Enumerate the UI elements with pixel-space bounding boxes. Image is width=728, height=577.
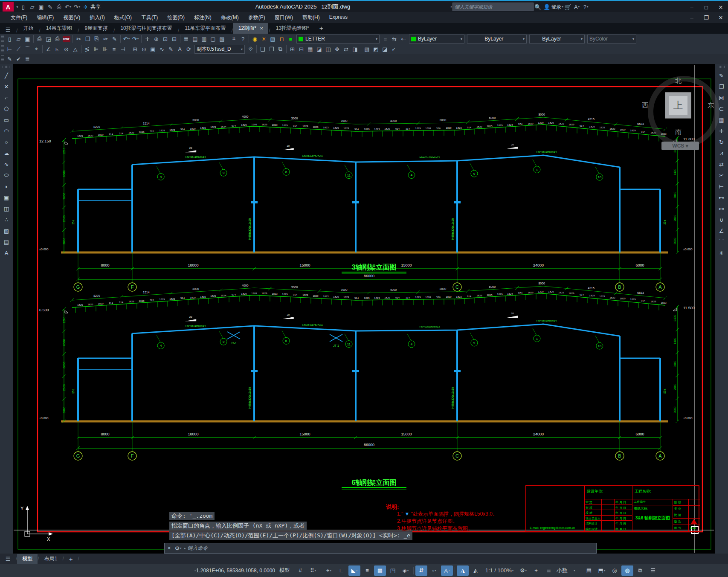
- quick-dim-icon[interactable]: ≶: [83, 45, 92, 53]
- doc-restore-button[interactable]: ❐: [699, 12, 713, 23]
- dim-spacing-icon[interactable]: ≡: [110, 45, 119, 53]
- infer-constraints-toggle[interactable]: ⌖▾: [323, 565, 335, 576]
- tab-close-icon[interactable]: ✕: [260, 26, 263, 31]
- doc-minimize-button[interactable]: –: [684, 12, 699, 23]
- wedge-icon[interactable]: ◩: [371, 45, 380, 53]
- tab-overflow-menu-icon[interactable]: ☰: [3, 25, 12, 34]
- menu-1[interactable]: 编辑(E): [32, 14, 58, 21]
- modify-join-icon[interactable]: ∪: [716, 214, 727, 225]
- modify-move-icon[interactable]: ✛: [716, 125, 727, 136]
- drawing-canvas[interactable]: 800018000150001500024000600086000GFCBA18…: [13, 64, 715, 554]
- toolbar-grip[interactable]: [1, 35, 4, 43]
- snap-mode-toggle[interactable]: ⠿▾: [307, 565, 319, 576]
- dynamic-input-toggle[interactable]: ⇵: [415, 565, 427, 576]
- object-isolate-toggle[interactable]: ◎: [609, 565, 621, 576]
- draw-spline-icon[interactable]: ∿: [1, 159, 12, 170]
- share-icon[interactable]: ✈: [81, 3, 90, 11]
- autocad-logo[interactable]: A: [3, 2, 14, 12]
- crosshair-toggle[interactable]: +: [530, 565, 542, 576]
- dim-update-icon[interactable]: ⟳: [184, 45, 193, 53]
- redo-icon[interactable]: ↷▾: [131, 35, 140, 43]
- viewcube-east-label[interactable]: 东: [708, 101, 714, 110]
- menu-9[interactable]: 参数(P): [244, 14, 270, 21]
- draworder-front-icon[interactable]: ❏: [258, 45, 267, 53]
- ungroup-icon[interactable]: ⊟: [297, 45, 306, 53]
- autodesk-app-icon[interactable]: A▾: [572, 3, 581, 11]
- layer-merge-icon[interactable]: ▧: [218, 35, 226, 43]
- qat-new-icon[interactable]: ▯: [19, 3, 28, 11]
- file-tab-1[interactable]: 14吊车梁图: [41, 23, 77, 34]
- draw-ellipse-arc-icon[interactable]: ◗: [1, 181, 12, 192]
- toolbar-grip[interactable]: [3, 66, 10, 68]
- layer-on-icon[interactable]: ◉: [250, 35, 259, 43]
- viewcube-south-label[interactable]: 南: [675, 128, 682, 136]
- draw-insert-block-icon[interactable]: ▣: [1, 192, 12, 203]
- object-snap-toggle[interactable]: ▫▾: [428, 565, 440, 576]
- draw-create-block-icon[interactable]: ◫: [1, 203, 12, 214]
- menu-8[interactable]: 修改(M): [216, 14, 244, 21]
- isolate-objects-icon[interactable]: ◪: [315, 45, 324, 53]
- menu-5[interactable]: 工具(T): [136, 14, 162, 21]
- draw-rectangle-icon[interactable]: ▭: [1, 114, 12, 125]
- menu-12[interactable]: Express: [325, 14, 352, 21]
- qat-redo-icon[interactable]: ↷▾: [73, 3, 81, 11]
- share-label[interactable]: 共享: [90, 3, 101, 11]
- tssd-check-icon[interactable]: ✔: [14, 55, 23, 64]
- tab-layout1[interactable]: 布局1: [39, 554, 63, 564]
- doc-close-button[interactable]: ✕: [713, 12, 728, 23]
- modify-fillet-icon[interactable]: ⌒: [716, 236, 727, 247]
- dim-continue-icon[interactable]: ⊪: [101, 45, 110, 53]
- group-edit-icon[interactable]: ▦: [306, 45, 315, 53]
- draw-hatch-icon[interactable]: ▨: [1, 225, 12, 236]
- menu-6[interactable]: 绘图(D): [162, 14, 189, 21]
- draw-mtext-icon[interactable]: A: [1, 247, 12, 258]
- dim-style-icon[interactable]: ⟐: [246, 45, 255, 53]
- menu-10[interactable]: 窗口(W): [270, 14, 298, 21]
- group-icon[interactable]: ⊞: [288, 45, 297, 53]
- modify-scale-icon[interactable]: ⊿: [716, 148, 727, 159]
- auto-annotation-scale-toggle[interactable]: ◭: [470, 565, 481, 576]
- check-icon[interactable]: ✓: [389, 45, 398, 53]
- app-menu-chevron-icon[interactable]: ▼: [16, 6, 19, 9]
- modify-break-icon[interactable]: ⊶: [716, 203, 727, 214]
- ortho-mode-toggle[interactable]: ∟: [336, 565, 348, 576]
- draw-line-icon[interactable]: ╱: [1, 70, 12, 81]
- layer-isolate-icon[interactable]: ▢: [209, 35, 218, 43]
- box-icon[interactable]: ▧: [363, 45, 371, 53]
- menu-2[interactable]: 视图(V): [58, 14, 85, 21]
- modify-rotate-icon[interactable]: ↻: [716, 136, 727, 148]
- file-tab-6[interactable]: 13托梁构造图*: [271, 23, 314, 34]
- paste-clip-icon[interactable]: ⎘: [92, 35, 101, 43]
- model-space-label[interactable]: 模型: [275, 567, 294, 574]
- modify-trim-icon[interactable]: ✂: [716, 170, 727, 181]
- object-snap-3d-toggle[interactable]: ◬▾: [441, 565, 453, 576]
- plot-icon[interactable]: ⎙: [35, 35, 44, 43]
- lineweight-display-toggle[interactable]: ≡: [361, 565, 373, 576]
- 3d-align-icon[interactable]: ◨: [351, 45, 360, 53]
- dim-inspect-icon[interactable]: ▣: [148, 45, 157, 53]
- modify-extend-icon[interactable]: ⊢: [716, 181, 727, 192]
- color-combo[interactable]: ByLayer▾: [409, 35, 464, 43]
- file-tab-4[interactable]: 11吊车梁平面布置: [180, 23, 231, 34]
- block-edit-icon[interactable]: ✎: [110, 35, 119, 43]
- dim-radius-icon[interactable]: ∠: [44, 45, 53, 53]
- tssd-layer-icon[interactable]: ≣: [23, 55, 32, 64]
- new-file-icon[interactable]: ▯: [5, 35, 14, 43]
- draw-arc-icon[interactable]: ◠: [1, 125, 12, 136]
- customization-toggle[interactable]: ☰: [647, 565, 659, 576]
- layer-combo[interactable]: LETTER▾: [296, 35, 380, 43]
- menu-0[interactable]: 文件(F): [6, 14, 32, 21]
- user-icon[interactable]: 👤: [542, 3, 551, 11]
- polar-tracking-toggle[interactable]: ◣▾: [348, 565, 360, 576]
- qat-plot-icon[interactable]: ⎙: [55, 3, 64, 11]
- modify-erase-icon[interactable]: ✎: [716, 70, 727, 81]
- copy-clip-icon[interactable]: ❐: [83, 35, 92, 43]
- help-icon[interactable]: ?▾: [581, 3, 590, 11]
- layer-color-chip-icon[interactable]: ■: [286, 35, 295, 43]
- draw-revision-cloud-icon[interactable]: ☁: [1, 148, 12, 159]
- layer-walk-icon[interactable]: ▥: [200, 35, 209, 43]
- draw-polyline-icon[interactable]: ⌐: [1, 92, 12, 103]
- wcs-dropdown[interactable]: WCS ▾: [661, 142, 699, 150]
- move-copy-icon[interactable]: ✥: [333, 45, 342, 53]
- viewcube-top-face[interactable]: 上: [665, 92, 691, 119]
